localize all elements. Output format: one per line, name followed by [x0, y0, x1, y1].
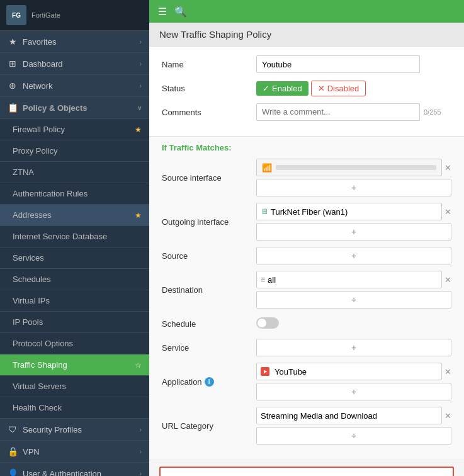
comments-input[interactable]: [256, 103, 420, 121]
application-value: YouTube: [274, 367, 307, 377]
add-source-button[interactable]: +: [261, 251, 447, 261]
basic-fields: Name Status ✓ Enabled ✕ Disabled: [149, 47, 464, 137]
source-add-box[interactable]: +: [256, 247, 451, 264]
sidebar-item-ztna[interactable]: ZTNA: [0, 162, 149, 183]
star-outline-icon: ☆: [135, 361, 142, 370]
outgoing-interface-label: Outgoing interface: [162, 217, 256, 227]
source-interface-add-box[interactable]: +: [256, 179, 451, 196]
char-count: 0/255: [424, 108, 441, 116]
remove-destination-button[interactable]: ✕: [444, 275, 451, 285]
sidebar-item-services[interactable]: Services: [0, 247, 149, 269]
url-category-add-box[interactable]: +: [256, 427, 451, 445]
source-interface-box[interactable]: 📶: [256, 159, 442, 176]
url-category-control: Streaming Media and Download ✕ +: [256, 407, 451, 445]
remove-url-category-button[interactable]: ✕: [444, 411, 451, 421]
add-source-interface-button[interactable]: +: [261, 183, 447, 193]
dest-icon: ≡: [261, 275, 265, 284]
if-traffic-section: If Traffic Matches: Source interface 📶 ✕…: [149, 137, 464, 460]
add-destination-button[interactable]: +: [261, 295, 447, 305]
dashboard-icon: ⊞: [8, 59, 18, 69]
chevron-icon: ›: [140, 448, 142, 455]
source-row: Source +: [162, 247, 451, 264]
star-icon: ★: [135, 211, 142, 220]
sidebar-item-firewall-policy[interactable]: Firewall Policy ★: [0, 119, 149, 140]
sidebar-item-auth-rules[interactable]: Authentication Rules: [0, 183, 149, 205]
sidebar-item-virtual-servers[interactable]: Virtual Servers: [0, 376, 149, 397]
url-category-value: Streaming Media and Download: [261, 411, 377, 421]
application-box[interactable]: YouTube: [256, 363, 442, 380]
sidebar-item-security-profiles[interactable]: 🛡 Security Profiles ›: [0, 419, 149, 441]
outgoing-interface-row: Outgoing interface 🖥 TurkNet Fiber (wan1…: [162, 203, 451, 241]
sidebar-item-addresses[interactable]: Addresses ★: [0, 205, 149, 226]
sidebar-item-favorites[interactable]: ★ Favorites ›: [0, 31, 149, 53]
sidebar-item-ip-pools[interactable]: IP Pools: [0, 312, 149, 333]
main-content: ☰ 🔍 New Traffic Shaping Policy Name Stat…: [149, 0, 464, 476]
name-input[interactable]: [256, 55, 420, 73]
sidebar-item-user-auth[interactable]: 👤 User & Authentication ›: [0, 463, 149, 476]
outgoing-interface-tag-row: 🖥 TurkNet Fiber (wan1) ✕: [256, 203, 451, 220]
search-icon[interactable]: 🔍: [174, 6, 187, 18]
sidebar-item-proxy-policy[interactable]: Proxy Policy: [0, 140, 149, 162]
service-control: +: [256, 339, 451, 356]
comments-control: 0/255: [256, 103, 451, 121]
application-info-icon[interactable]: i: [205, 377, 214, 387]
sidebar-item-traffic-shaping[interactable]: Traffic Shaping ☆: [0, 354, 149, 376]
remove-outgoing-interface-button[interactable]: ✕: [444, 207, 451, 217]
destination-add-box[interactable]: +: [256, 291, 451, 309]
outgoing-interface-box[interactable]: 🖥 TurkNet Fiber (wan1): [256, 203, 442, 220]
sidebar-item-health-check[interactable]: Health Check: [0, 397, 149, 419]
url-category-row: URL Category Streaming Media and Downloa…: [162, 407, 451, 445]
application-row: Application i YouTube ✕ +: [162, 363, 451, 400]
service-add-box[interactable]: +: [256, 339, 451, 356]
sidebar-item-policy-objects[interactable]: 📋 Policy & Objects ∨: [0, 97, 149, 119]
service-row: Service +: [162, 339, 451, 356]
comments-row: Comments 0/255: [162, 103, 451, 121]
sidebar-item-internet-service[interactable]: Internet Service Database: [0, 226, 149, 247]
add-url-category-button[interactable]: +: [261, 431, 447, 441]
source-interface-row: Source interface 📶 ✕ +: [162, 159, 451, 196]
application-label: Application i: [162, 377, 256, 387]
add-application-button[interactable]: +: [261, 387, 447, 397]
schedule-row: Schedule: [162, 315, 451, 332]
sidebar-item-virtual-ips[interactable]: Virtual IPs: [0, 290, 149, 312]
application-control: YouTube ✕ +: [256, 363, 451, 400]
schedule-control: [256, 317, 451, 331]
outgoing-interface-add-box[interactable]: +: [256, 223, 451, 241]
if-traffic-title: If Traffic Matches:: [162, 143, 451, 152]
chevron-icon: ›: [140, 82, 142, 89]
star-icon: ★: [135, 125, 142, 134]
network-icon: ⊕: [8, 81, 18, 91]
status-row: Status ✓ Enabled ✕ Disabled: [162, 79, 451, 97]
sidebar-device-label: FortiGate: [31, 11, 60, 19]
disabled-button[interactable]: ✕ Disabled: [311, 81, 366, 96]
application-tag-row: YouTube ✕: [256, 363, 451, 380]
remove-application-button[interactable]: ✕: [444, 367, 451, 377]
destination-value: all: [268, 275, 276, 285]
user-icon: 👤: [8, 468, 18, 476]
application-add-box[interactable]: +: [256, 383, 451, 400]
url-category-box[interactable]: Streaming Media and Download: [256, 407, 442, 424]
sidebar-logo: FG: [6, 5, 26, 25]
interface-bar: [276, 165, 436, 170]
destination-box[interactable]: ≡ all: [256, 271, 442, 288]
sidebar-item-schedules[interactable]: Schedules: [0, 269, 149, 290]
sidebar-item-dashboard[interactable]: ⊞ Dashboard ›: [0, 53, 149, 75]
enabled-button[interactable]: ✓ Enabled: [256, 81, 308, 96]
add-outgoing-interface-button[interactable]: +: [261, 227, 447, 237]
destination-label: Destination: [162, 285, 256, 295]
chevron-icon: ›: [140, 470, 142, 477]
check-icon: ✓: [263, 84, 269, 93]
sidebar-item-protocol-options[interactable]: Protocol Options: [0, 333, 149, 354]
status-label: Status: [162, 84, 256, 93]
remove-source-interface-button[interactable]: ✕: [444, 163, 451, 173]
sidebar-item-network[interactable]: ⊕ Network ›: [0, 75, 149, 97]
wifi-signal-icon: 📶: [262, 163, 272, 173]
chevron-icon: ›: [140, 38, 142, 45]
top-bar: ☰ 🔍: [149, 0, 464, 23]
sidebar-item-vpn[interactable]: 🔒 VPN ›: [0, 441, 149, 463]
source-interface-control: 📶 ✕ +: [256, 159, 451, 196]
add-service-button[interactable]: +: [261, 343, 447, 353]
source-control: +: [256, 247, 451, 264]
schedule-toggle[interactable]: [256, 317, 279, 329]
menu-icon[interactable]: ☰: [158, 6, 167, 18]
